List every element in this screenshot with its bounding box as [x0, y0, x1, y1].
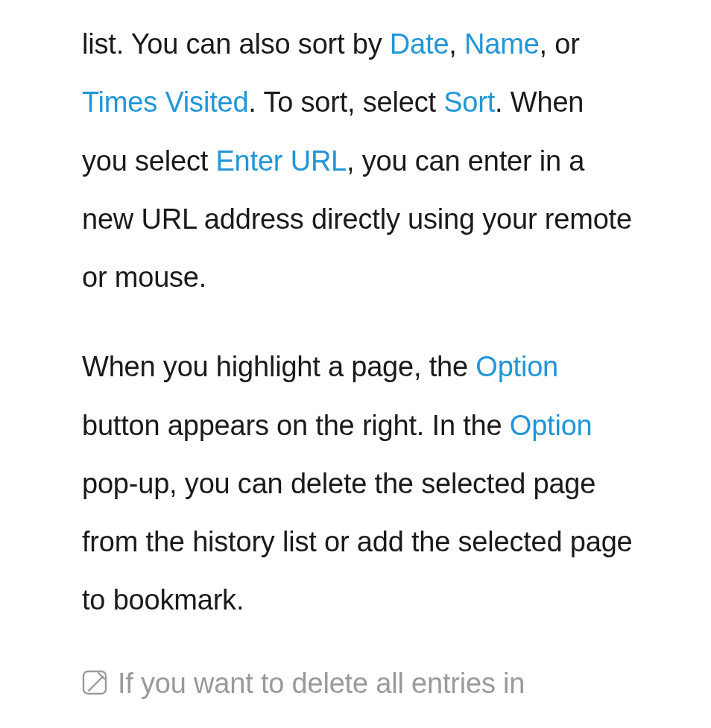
highlight-date: Date	[390, 28, 449, 60]
highlight-enter-url: Enter URL	[215, 145, 347, 177]
text: list. You can also sort by	[82, 28, 390, 60]
highlight-name: Name	[464, 28, 540, 60]
text: , or	[540, 28, 580, 60]
text: ,	[449, 28, 464, 60]
paragraph-sort-enter-url: list. You can also sort by Date, Name, o…	[82, 15, 636, 306]
text: button appears on the right. In the	[82, 410, 510, 441]
highlight-option: Option	[510, 410, 592, 441]
text: pop-up, you can delete the selected page…	[82, 468, 633, 616]
paragraph-option-popup: When you highlight a page, the Option bu…	[82, 338, 636, 629]
svg-rect-0	[83, 671, 106, 694]
note-text: If you want to delete all entries in	[118, 662, 525, 705]
highlight-times-visited: Times Visited	[82, 86, 248, 118]
note-icon	[82, 670, 107, 698]
note: If you want to delete all entries in	[82, 662, 636, 705]
text: . To sort, select	[248, 86, 443, 118]
svg-line-1	[89, 677, 103, 691]
highlight-sort: Sort	[443, 86, 495, 118]
text: When you highlight a page, the	[82, 351, 475, 382]
highlight-option: Option	[475, 351, 558, 382]
